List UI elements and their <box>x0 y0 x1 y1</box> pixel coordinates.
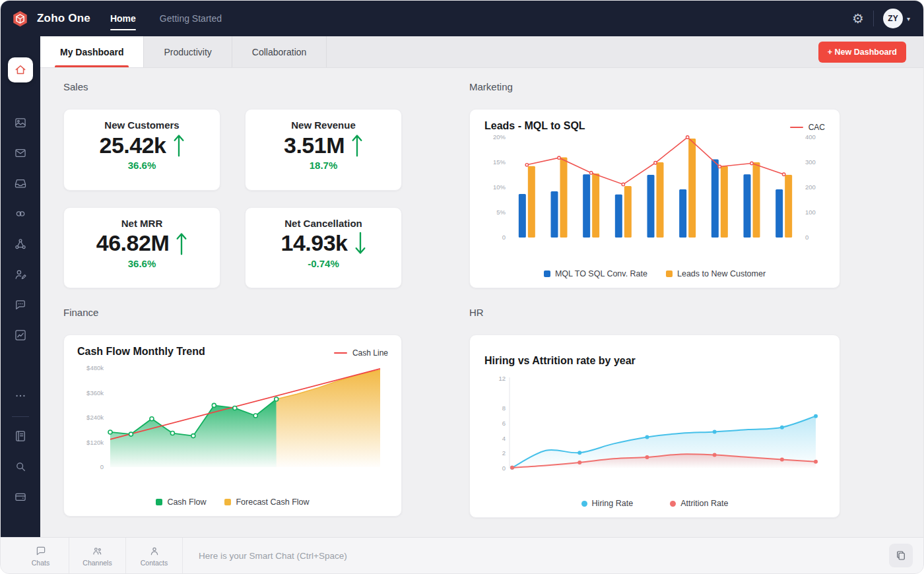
kpi-card-new-customers: New Customers 25.42k 36.6% <box>63 109 220 191</box>
kpi-delta: -0.74% <box>308 258 339 269</box>
mail-icon <box>14 146 27 160</box>
tab-label: Productivity <box>164 47 211 57</box>
svg-text:20%: 20% <box>493 133 506 141</box>
sidebar-item-wallet[interactable] <box>8 484 33 509</box>
search-icon <box>14 460 27 473</box>
svg-text:15%: 15% <box>493 158 506 166</box>
home-icon <box>14 63 27 77</box>
legend-item: Cash Flow <box>156 497 206 507</box>
chart-title: Leads - MQL to SQL <box>484 120 585 132</box>
smart-chat-input[interactable] <box>199 551 889 561</box>
brand-name: Zoho One <box>37 12 90 25</box>
channels-icon <box>92 545 104 557</box>
sidebar-item-analytics[interactable] <box>8 323 33 348</box>
chat-icon <box>14 298 27 311</box>
mql-swatch <box>544 271 550 277</box>
kpi-delta: 18.7% <box>310 160 338 171</box>
sidebar-item-mail[interactable] <box>8 141 33 166</box>
clipboard-button[interactable] <box>889 544 913 567</box>
hr-chart: 0246812 <box>484 373 826 479</box>
svg-text:2: 2 <box>502 449 506 457</box>
cash-line-legend: Cash Line <box>334 348 388 358</box>
cash-flow-swatch <box>156 499 162 505</box>
marketing-chart: 05%10%15%20%0100200300400 <box>484 132 826 248</box>
svg-text:200: 200 <box>805 183 816 191</box>
attrition-swatch <box>670 501 676 507</box>
more-icon <box>14 389 27 402</box>
tab-my-dashboard[interactable]: My Dashboard <box>40 36 144 67</box>
legend-item: Leads to New Customer <box>666 269 766 278</box>
wallet-icon <box>14 490 27 503</box>
brand: Zoho One <box>11 10 90 28</box>
legend-item: Hiring Rate <box>581 499 634 508</box>
kpi-title: Net Cancellation <box>284 218 362 229</box>
gallery-icon <box>14 116 27 129</box>
sidebar <box>1 36 40 537</box>
topbar-right: ⚙ ZY ▾ <box>852 9 910 28</box>
avatar[interactable]: ZY <box>883 9 903 28</box>
cac-legend: CAC <box>790 123 825 132</box>
dashboard-tabbar: My Dashboard Productivity Collaboration … <box>40 36 923 68</box>
app-window: Zoho One Home Getting Started ⚙ ZY ▾ <box>0 0 924 574</box>
user-menu[interactable]: ZY ▾ <box>883 9 910 28</box>
trend-up-arrow-icon <box>351 132 363 158</box>
settings-gear-icon[interactable]: ⚙ <box>852 12 864 25</box>
sidebar-item-gallery[interactable] <box>8 110 33 135</box>
new-dashboard-button[interactable]: + New Dashboard <box>818 42 906 63</box>
cash-line-swatch <box>334 352 347 354</box>
svg-text:12: 12 <box>498 375 506 382</box>
nav-getting-started[interactable]: Getting Started <box>160 1 222 36</box>
sidebar-item-link[interactable] <box>8 201 33 226</box>
sidebar-item-network[interactable] <box>8 232 33 257</box>
sidebar-item-chat[interactable] <box>8 292 33 317</box>
svg-text:100: 100 <box>805 208 816 216</box>
clipboard-icon <box>895 550 907 561</box>
legend-item: Attrition Rate <box>670 499 728 508</box>
chart-title: Hiring vs Attrition rate by year <box>484 355 636 367</box>
tab-label: My Dashboard <box>60 47 123 57</box>
inbox-icon <box>14 177 27 190</box>
sidebar-item-home[interactable] <box>8 57 33 82</box>
dock-item-channels[interactable]: Channels <box>69 538 126 573</box>
tab-collaboration[interactable]: Collaboration <box>232 36 327 67</box>
nav-home[interactable]: Home <box>110 1 136 36</box>
svg-text:$240k: $240k <box>86 414 104 421</box>
kpi-card-net-mrr: Net MRR 46.82M 36.6% <box>63 207 220 289</box>
kpi-delta: 36.6% <box>128 160 156 171</box>
svg-text:0: 0 <box>502 234 506 241</box>
topbar-divider <box>873 11 874 26</box>
network-icon <box>14 238 27 251</box>
hr-legend: Hiring Rate Attrition Rate <box>484 499 825 512</box>
sidebar-item-inbox[interactable] <box>8 171 33 196</box>
smart-chat-bar: Chats Channels Contacts <box>1 537 923 573</box>
sidebar-item-user-edit[interactable] <box>8 262 33 287</box>
dock-item-contacts[interactable]: Contacts <box>126 538 183 573</box>
svg-text:0: 0 <box>805 234 808 241</box>
sidebar-item-notebook[interactable] <box>8 424 33 449</box>
contacts-icon <box>148 545 160 557</box>
marketing-chart-card: Leads - MQL to SQL CAC 05%10%15%20%01002… <box>469 109 840 288</box>
svg-text:6: 6 <box>502 420 506 427</box>
chats-icon <box>35 545 47 557</box>
sidebar-divider <box>12 416 29 417</box>
zoho-one-logo-icon <box>11 10 29 28</box>
chart-title: Cash Flow Monthly Trend <box>77 346 205 358</box>
legend-item: Forecast Cash Flow <box>224 497 309 507</box>
svg-text:8: 8 <box>502 404 506 412</box>
sidebar-item-more[interactable] <box>8 383 33 408</box>
section-title-hr: HR <box>469 307 840 320</box>
svg-text:4: 4 <box>502 435 506 442</box>
topbar: Zoho One Home Getting Started ⚙ ZY ▾ <box>1 1 923 36</box>
sidebar-item-search[interactable] <box>8 454 33 479</box>
finance-chart: 0$120k$240k$360k$480k <box>77 358 389 476</box>
tab-productivity[interactable]: Productivity <box>144 36 232 67</box>
chevron-down-icon: ▾ <box>907 15 910 22</box>
legend-item: MQL TO SQL Conv. Rate <box>544 269 647 278</box>
kpi-card-net-cancellation: Net Cancellation 14.93k -0.74% <box>245 207 402 289</box>
analytics-icon <box>14 329 27 342</box>
hr-chart-card: Hiring vs Attrition rate by year 0246812… <box>469 335 840 518</box>
hiring-swatch <box>581 501 587 507</box>
dock-item-chats[interactable]: Chats <box>13 538 69 573</box>
kpi-value: 25.42k <box>100 133 166 158</box>
chat-dock: Chats Channels Contacts <box>13 538 183 573</box>
